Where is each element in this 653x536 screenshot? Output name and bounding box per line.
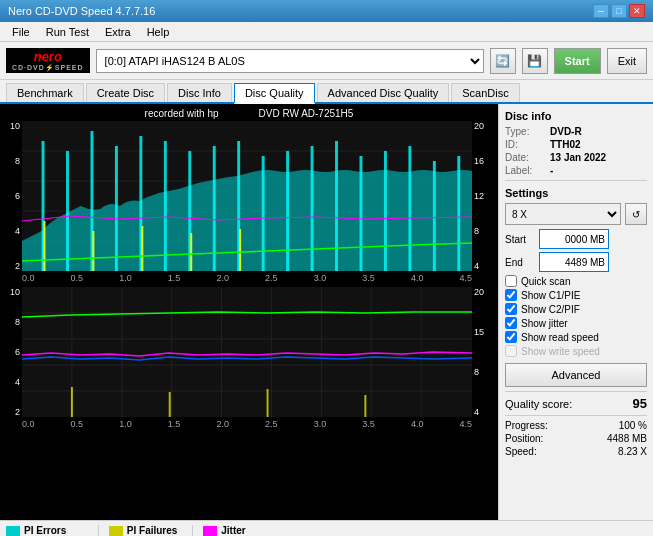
svg-rect-10: [164, 141, 167, 271]
quick-scan-row: Quick scan: [505, 275, 647, 287]
refresh-speed-button[interactable]: ↺: [625, 203, 647, 225]
menu-file[interactable]: File: [4, 24, 38, 40]
show-jitter-row: Show jitter: [505, 317, 647, 329]
disc-type-label: Type:: [505, 126, 550, 137]
quick-scan-checkbox[interactable]: [505, 275, 517, 287]
show-write-speed-checkbox[interactable]: [505, 345, 517, 357]
top-chart-y-right: 20 16 12 8 4: [472, 121, 494, 271]
exit-button[interactable]: Exit: [607, 48, 647, 74]
refresh-icon-button[interactable]: 🔄: [490, 48, 516, 74]
svg-rect-22: [457, 156, 460, 271]
show-c2pif-row: Show C2/PIF: [505, 303, 647, 315]
pi-errors-legend: PI Errors: [6, 525, 88, 536]
drive-model: DVD RW AD-7251H5: [259, 108, 354, 119]
progress-value: 100 %: [619, 420, 647, 431]
svg-rect-20: [408, 146, 411, 271]
speed-label: Speed:: [505, 446, 537, 457]
show-read-speed-row: Show read speed: [505, 331, 647, 343]
disc-id-value: TTH02: [550, 139, 581, 150]
disc-info-title: Disc info: [505, 110, 647, 122]
advanced-button[interactable]: Advanced: [505, 363, 647, 387]
menu-help[interactable]: Help: [139, 24, 178, 40]
svg-rect-15: [286, 151, 289, 271]
tab-scan-disc[interactable]: ScanDisc: [451, 83, 519, 102]
tab-create-disc[interactable]: Create Disc: [86, 83, 165, 102]
tab-disc-info[interactable]: Disc Info: [167, 83, 232, 102]
disc-type-row: Type: DVD-R: [505, 126, 647, 137]
minimize-button[interactable]: ─: [593, 4, 609, 18]
nero-subtitle: CD·DVD⚡SPEED: [12, 64, 84, 72]
menu-extra[interactable]: Extra: [97, 24, 139, 40]
chart-header: recorded with hp DVD RW AD-7251H5: [4, 108, 494, 119]
show-write-speed-row: Show write speed: [505, 345, 647, 357]
chart-area: recorded with hp DVD RW AD-7251H5 10 8 6…: [0, 104, 498, 520]
bottom-chart-svg: [22, 287, 472, 417]
nero-brand: nero: [34, 50, 62, 64]
disc-type-value: DVD-R: [550, 126, 582, 137]
start-mb-input[interactable]: [539, 229, 609, 249]
maximize-button[interactable]: □: [611, 4, 627, 18]
svg-rect-44: [364, 395, 366, 417]
svg-rect-26: [190, 233, 192, 271]
show-read-speed-label: Show read speed: [521, 332, 599, 343]
recorded-with: recorded with hp: [145, 108, 219, 119]
speed-row: 8 X ↺: [505, 203, 647, 225]
quick-scan-label: Quick scan: [521, 276, 570, 287]
menu-run-test[interactable]: Run Test: [38, 24, 97, 40]
close-button[interactable]: ✕: [629, 4, 645, 18]
svg-rect-21: [433, 161, 436, 271]
speed-selector[interactable]: 8 X: [505, 203, 621, 225]
show-c1pie-checkbox[interactable]: [505, 289, 517, 301]
title-bar: Nero CD-DVD Speed 4.7.7.16 ─ □ ✕: [0, 0, 653, 22]
nero-logo: nero CD·DVD⚡SPEED: [6, 48, 90, 74]
svg-rect-27: [239, 229, 241, 271]
menu-bar: File Run Test Extra Help: [0, 22, 653, 42]
show-jitter-checkbox[interactable]: [505, 317, 517, 329]
tab-benchmark[interactable]: Benchmark: [6, 83, 84, 102]
quality-score-label: Quality score:: [505, 398, 572, 410]
svg-rect-12: [213, 146, 216, 271]
svg-rect-14: [262, 156, 265, 271]
position-row: Position: 4488 MB: [505, 433, 647, 444]
pi-errors-group: PI Errors Average: 1.09 Maximum: 10 Tota…: [6, 525, 88, 536]
start-mb-row: Start: [505, 229, 647, 249]
disc-id-label: ID:: [505, 139, 550, 150]
progress-row: Progress: 100 %: [505, 420, 647, 431]
pi-failures-label: PI Failures: [127, 525, 178, 536]
disc-label-label: Label:: [505, 165, 550, 176]
show-c2pif-checkbox[interactable]: [505, 303, 517, 315]
position-label: Position:: [505, 433, 543, 444]
save-icon-button[interactable]: 💾: [522, 48, 548, 74]
end-label: End: [505, 257, 535, 268]
speed-value: 8.23 X: [618, 446, 647, 457]
svg-rect-42: [169, 392, 171, 417]
tab-advanced-disc-quality[interactable]: Advanced Disc Quality: [317, 83, 450, 102]
top-x-labels: 0.0 0.5 1.0 1.5 2.0 2.5 3.0 3.5 4.0 4.5: [22, 273, 472, 283]
end-mb-input[interactable]: [539, 252, 609, 272]
show-c1pie-row: Show C1/PIE: [505, 289, 647, 301]
pi-errors-color: [6, 526, 20, 536]
show-read-speed-checkbox[interactable]: [505, 331, 517, 343]
top-chart: [22, 121, 472, 271]
pi-errors-label: PI Errors: [24, 525, 66, 536]
svg-rect-41: [71, 387, 73, 417]
jitter-color: [203, 526, 217, 536]
stat-divider-1: [98, 525, 99, 536]
bottom-x-labels: 0.0 0.5 1.0 1.5 2.0 2.5 3.0 3.5 4.0 4.5: [22, 419, 472, 429]
stat-divider-2: [192, 525, 193, 536]
end-mb-row: End: [505, 252, 647, 272]
drive-selector[interactable]: [0:0] ATAPI iHAS124 B AL0S: [96, 49, 484, 73]
bottom-chart-y-left: 10 8 6 4 2: [4, 287, 22, 417]
divider-2: [505, 391, 647, 392]
tab-disc-quality[interactable]: Disc Quality: [234, 83, 315, 104]
bottom-chart-container: 10 8 6 4 2: [4, 287, 494, 417]
top-chart-svg: [22, 121, 472, 271]
start-label: Start: [505, 234, 535, 245]
svg-rect-43: [267, 389, 269, 417]
start-button[interactable]: Start: [554, 48, 601, 74]
svg-rect-23: [44, 221, 46, 271]
svg-rect-25: [141, 226, 143, 271]
app-title: Nero CD-DVD Speed 4.7.7.16: [8, 5, 593, 17]
disc-date-label: Date:: [505, 152, 550, 163]
svg-rect-17: [335, 141, 338, 271]
